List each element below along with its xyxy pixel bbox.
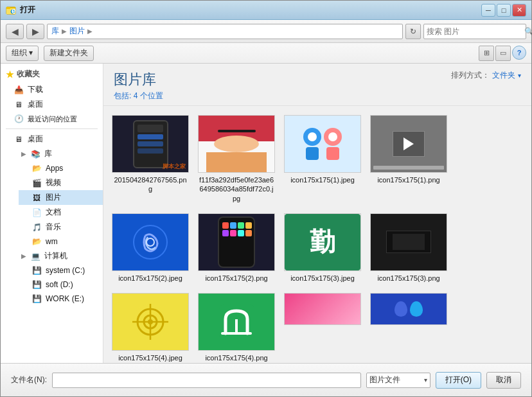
view-controls: ⊞ ▭ ?	[479, 46, 526, 61]
sidebar-item-library[interactable]: ▶ 📚 库	[8, 146, 103, 161]
file-area: 图片库 包括: 4 个位置 排列方式： 文件夹 ▾	[103, 64, 531, 363]
sidebar-item-videos[interactable]: 🎬 视频	[19, 175, 103, 190]
file-thumbnail-1: 脚本之家	[112, 115, 189, 173]
file-thumbnail-2	[198, 115, 275, 173]
refresh-button[interactable]: ↻	[405, 24, 421, 39]
downloads-icon: 📥	[13, 85, 24, 95]
sidebar-item-pictures[interactable]: 🖼 图片	[19, 190, 103, 205]
cancel-button[interactable]: 取消	[486, 372, 521, 389]
close-button[interactable]: ✕	[512, 4, 526, 17]
svg-text:e: e	[12, 6, 16, 15]
file-item-7[interactable]: 勤 icon175x175(3).jpeg	[281, 209, 364, 287]
sidebar-item-downloads[interactable]: 📥 下载	[1, 82, 103, 97]
file-item-4[interactable]: icon175x175(1).png	[367, 111, 450, 207]
file-grid: 脚本之家 2015042842767565.png	[109, 111, 526, 363]
maximize-button[interactable]: □	[497, 4, 511, 17]
back-button[interactable]: ◀	[6, 24, 24, 39]
window-controls: ─ □ ✕	[481, 4, 526, 17]
file-grid-container[interactable]: 脚本之家 2015042842767565.png	[103, 106, 531, 363]
help-button[interactable]: ?	[512, 46, 526, 60]
computer-icon: 💻	[30, 251, 40, 261]
address-bar[interactable]: 库 ▶ 图片 ▶	[47, 24, 403, 39]
file-thumbnail-11	[284, 293, 361, 325]
file-item-11[interactable]	[281, 289, 364, 363]
favorites-label: 收藏夹	[17, 69, 40, 80]
breadcrumb-library[interactable]: 库	[51, 26, 59, 37]
d-drive-label: soft (D:)	[46, 280, 73, 289]
view-list-button[interactable]: ▭	[495, 46, 511, 61]
sidebar-item-desktop-tree[interactable]: 🖥 桌面	[1, 132, 103, 146]
library-info: 图片库 包括: 4 个位置	[114, 70, 163, 101]
bottom-bar: 文件名(N): 图片文件 ▾ 打开(O) 取消	[1, 363, 531, 396]
view-grid-button[interactable]: ⊞	[479, 46, 494, 61]
file-item-12[interactable]	[367, 289, 450, 363]
window-icon: e	[6, 5, 16, 15]
wm-label: wm	[46, 237, 58, 246]
search-input[interactable]	[427, 27, 523, 36]
file-thumbnail-10	[198, 293, 275, 351]
new-folder-button[interactable]: 新建文件夹	[44, 46, 94, 61]
filename-input[interactable]	[52, 373, 361, 388]
file-thumbnail-8	[370, 213, 447, 271]
file-item-5[interactable]: icon175x175(2).jpeg	[109, 209, 192, 287]
sort-value[interactable]: 文件夹	[492, 70, 515, 81]
file-item-8[interactable]: icon175x175(3).png	[367, 209, 450, 287]
library-sub: 📂 Apps 🎬 视频 🖼 图片 📄 文	[8, 161, 103, 249]
library-subtitle-text[interactable]: 包括: 4 个位置	[114, 91, 163, 100]
apps-icon: 📂	[31, 163, 42, 173]
sidebar-item-recent[interactable]: 🕐 最近访问的位置	[1, 112, 103, 126]
recent-label: 最近访问的位置	[28, 114, 77, 124]
window-title: 打开	[20, 4, 481, 15]
file-name-3: icon175x175(1).jpeg	[290, 175, 355, 184]
desktop-label: 桌面	[28, 99, 43, 110]
file-item-9[interactable]: icon175x175(4).jpeg	[109, 289, 192, 363]
sidebar-item-apps[interactable]: 📂 Apps	[19, 161, 103, 175]
documents-icon: 📄	[31, 207, 42, 218]
sidebar-item-music[interactable]: 🎵 音乐	[19, 220, 103, 234]
forward-button[interactable]: ▶	[26, 24, 44, 39]
file-name-1: 2015042842767565.png	[112, 175, 188, 194]
downloads-label: 下载	[28, 84, 43, 95]
file-item-3[interactable]: icon175x175(1).jpeg	[281, 111, 364, 207]
search-icon: 🔍	[524, 27, 532, 36]
file-item-2[interactable]: f11f3a292df5e0fe23ae6649586034a85fdf72c0…	[195, 111, 278, 207]
file-thumbnail-7: 勤	[284, 213, 361, 271]
open-label: 打开(O)	[445, 375, 472, 385]
open-button[interactable]: 打开(O)	[436, 372, 481, 389]
sidebar-item-documents[interactable]: 📄 文档	[19, 205, 103, 220]
file-item-1[interactable]: 脚本之家 2015042842767565.png	[109, 111, 192, 207]
sidebar-item-d-drive[interactable]: 💾 soft (D:)	[19, 278, 103, 292]
sidebar-item-c-drive[interactable]: 💾 system (C:)	[19, 263, 103, 278]
sidebar-item-computer[interactable]: ▶ 💻 计算机	[8, 249, 103, 263]
breadcrumb-pictures[interactable]: 图片	[69, 26, 85, 37]
watermark-1: 脚本之家	[163, 163, 186, 171]
favorites-header: ★ 收藏夹	[1, 66, 103, 82]
filetype-dropdown[interactable]: 图片文件 ▾	[366, 373, 430, 388]
e-drive-icon: 💾	[31, 294, 42, 304]
expand-arrow-computer: ▶	[21, 252, 26, 260]
filename-label: 文件名(N):	[11, 375, 47, 385]
wm-icon: 📂	[31, 236, 42, 247]
breadcrumb-sep2: ▶	[87, 28, 93, 35]
file-item-6[interactable]: icon175x175(2).png	[195, 209, 278, 287]
organize-button[interactable]: 组织 ▾	[6, 46, 39, 61]
breadcrumb-sep1: ▶	[62, 28, 67, 35]
file-content-wrapper: 脚本之家 2015042842767565.png	[103, 106, 531, 363]
file-item-10[interactable]: icon175x175(4).png	[195, 289, 278, 363]
sidebar-divider1	[6, 128, 98, 129]
file-name-5: icon175x175(2).jpeg	[118, 274, 182, 283]
search-box[interactable]: 🔍	[423, 24, 526, 39]
minimize-button[interactable]: ─	[481, 4, 495, 17]
file-thumbnail-4	[370, 115, 447, 173]
sidebar-item-desktop[interactable]: 🖥 桌面	[1, 97, 103, 112]
desktop-tree-label: 桌面	[28, 134, 43, 145]
file-name-9: icon175x175(4).jpeg	[118, 353, 182, 362]
main-content: ★ 收藏夹 📥 下载 🖥 桌面 🕐 最近访问的位置	[1, 64, 531, 363]
sort-arrow[interactable]: ▾	[518, 72, 521, 79]
sort-label: 排列方式：	[451, 70, 490, 81]
sidebar-item-wm[interactable]: 📂 wm	[19, 234, 103, 249]
d-drive-icon: 💾	[31, 279, 42, 290]
favorites-section: ★ 收藏夹 📥 下载 🖥 桌面 🕐 最近访问的位置	[1, 66, 103, 126]
sidebar-item-e-drive[interactable]: 💾 WORK (E:)	[19, 292, 103, 306]
file-thumbnail-12	[370, 293, 447, 325]
